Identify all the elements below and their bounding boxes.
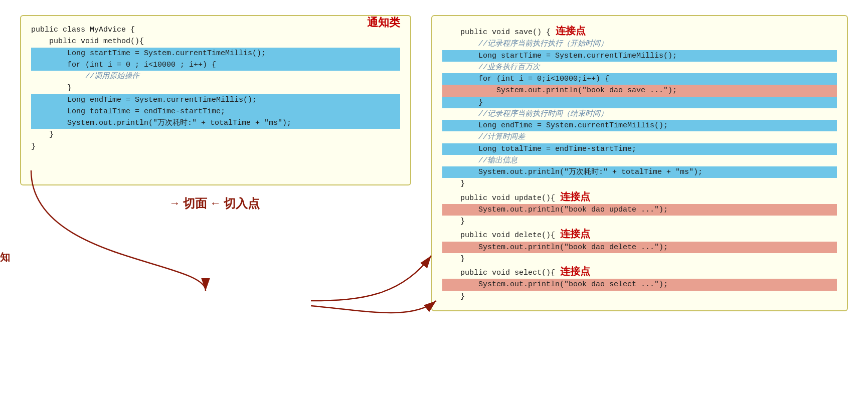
right-code-box: public void save() {连接点 //记录程序当前执行执行（开始时… [431, 15, 848, 311]
right-panel: public void save() {连接点 //记录程序当前执行执行（开始时… [431, 15, 848, 311]
label-qiemian: 切面 [183, 195, 207, 212]
code-line: System.out.println("book dao update ..."… [442, 204, 837, 216]
left-panel: 通知类 public class MyAdvice { public void … [20, 15, 411, 212]
left-code-content: public class MyAdvice { public void meth… [31, 24, 400, 152]
code-line: for (int i = 0;i<10000;i++) { [442, 73, 837, 85]
main-container: 通知类 public class MyAdvice { public void … [0, 0, 868, 393]
code-line: Long totalTime = endTime-startTime; [442, 143, 837, 155]
left-code-box: 通知类 public class MyAdvice { public void … [20, 15, 411, 185]
code-line: //输出信息 [442, 155, 837, 166]
section-header-2: public void delete(){连接点 [442, 227, 837, 241]
label-qierundian: 切入点 [224, 195, 260, 212]
code-line: Long endTime = System.currentTimeMillis(… [442, 120, 837, 131]
code-line: //计算时间差 [442, 131, 837, 143]
section-footer-1: } [442, 216, 837, 227]
bottom-labels: → 切面 ← 切入点 [20, 195, 411, 212]
label-tongzhi-lei: 通知类 [367, 15, 400, 30]
section-footer-3: } [442, 291, 837, 302]
section-header-3: public void select(){连接点 [442, 265, 837, 279]
code-line: System.out.println("book dao save ..."); [442, 85, 837, 96]
code-line: //业务执行百万次 [442, 62, 837, 73]
right-code-content: public void save() {连接点 //记录程序当前执行执行（开始时… [442, 24, 837, 302]
code-line: System.out.println("book dao delete ..."… [442, 242, 837, 253]
section-footer-0: } [442, 178, 837, 189]
code-line: System.out.println("万次耗时:" + totalTime +… [442, 166, 837, 178]
lianjiedian-label-3: 连接点 [560, 265, 590, 278]
lianjiedian-label-0: 连接点 [556, 24, 586, 38]
code-line: //记录程序当前执行执行（开始时间） [442, 38, 837, 50]
code-line: //记录程序当前执行时间（结束时间） [442, 108, 837, 120]
label-tongzhi: 通知 [0, 251, 10, 264]
code-line: System.out.println("book dao select ..."… [442, 279, 837, 290]
section-header-1: public void update(){连接点 [442, 190, 837, 204]
section-header-0: public void save() {连接点 [442, 24, 837, 38]
lianjiedian-label-1: 连接点 [560, 190, 590, 204]
lianjiedian-label-2: 连接点 [560, 227, 590, 241]
code-line: } [442, 97, 837, 108]
section-footer-2: } [442, 253, 837, 265]
code-line: Long startTime = System.currentTimeMilli… [442, 50, 837, 62]
